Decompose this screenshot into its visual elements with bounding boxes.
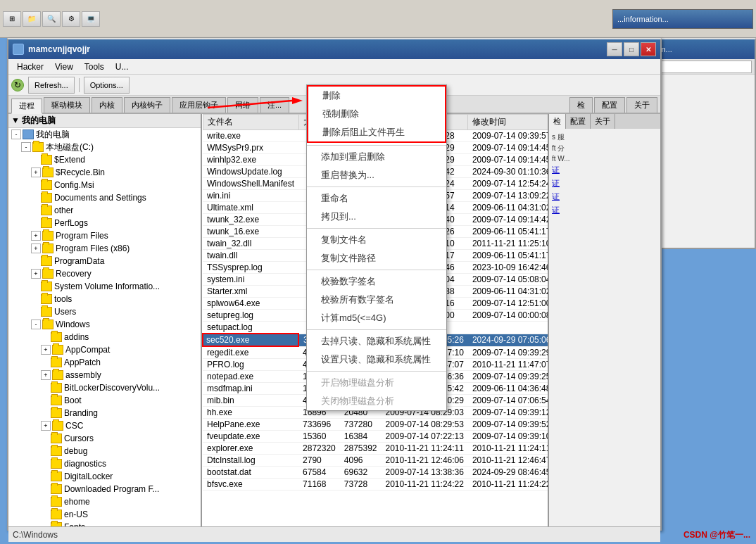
tree-toggle-programfilesx86[interactable]: + (31, 243, 41, 253)
info-link-2[interactable]: 证 (552, 177, 657, 190)
context-copy-filepath[interactable]: 复制文件路径 (307, 249, 446, 267)
tree-item-csc[interactable]: + CSC (8, 419, 201, 432)
context-reboot-replace[interactable]: 重启替换为... (307, 166, 446, 184)
tree-item-mycomputer[interactable]: - 我的电脑 (8, 128, 201, 141)
menu-hacker[interactable]: Hacker (11, 61, 49, 73)
context-verify-sig[interactable]: 校验数字签名 (307, 272, 446, 291)
tab-register[interactable]: 注... (260, 97, 289, 113)
tree-item-extend[interactable]: $Extend (8, 153, 201, 166)
tab-app-hooks[interactable]: 应用层钩子 (172, 97, 226, 113)
tree-item-programfiles[interactable]: + Program Files (8, 229, 201, 242)
taskbar-btn-4[interactable]: ⚙ (62, 11, 80, 27)
minimize-button[interactable]: ─ (607, 42, 622, 56)
tree-item-downloadedprograms[interactable]: Downloaded Program F... (8, 483, 201, 495)
options-button[interactable]: Options... (84, 77, 130, 94)
taskbar-btn-2[interactable]: 📁 (23, 11, 41, 27)
tree-toggle-programfiles[interactable]: + (31, 231, 41, 241)
tab-network[interactable]: 网络 (227, 97, 258, 113)
info-link-4[interactable]: 证 (552, 203, 657, 217)
table-row[interactable]: bfsvc.exe71168737282010-11-21 11:24:2220… (203, 479, 548, 491)
table-row[interactable]: HelpPane.exe7336967372802009-07-14 08:29… (203, 419, 548, 431)
tree-item-boot[interactable]: Boot (8, 394, 201, 407)
info-tab-about[interactable]: 关于 (591, 114, 615, 129)
folder-icon-downloadedprograms (51, 484, 62, 494)
tree-toggle-recycle[interactable]: + (31, 167, 41, 177)
context-sep-5 (307, 329, 446, 330)
menu-tools[interactable]: Tools (79, 61, 110, 73)
tree-item-docs[interactable]: Documents and Settings (8, 191, 201, 204)
taskbar-btn-1[interactable]: ⊞ (3, 11, 21, 27)
tree-item-configmsi[interactable]: Config.Msi (8, 179, 201, 191)
tree-toggle-mycomputer[interactable]: - (11, 129, 21, 139)
tree-toggle-csc[interactable]: + (41, 421, 51, 431)
menu-view[interactable]: View (49, 61, 79, 73)
maximize-button[interactable]: □ (624, 42, 639, 56)
tree-toggle-assembly[interactable]: + (41, 370, 51, 380)
tab-drivers[interactable]: 驱动模块 (44, 97, 90, 113)
table-row[interactable]: explorer.exe287232028753922010-11-21 11:… (203, 443, 548, 455)
context-open-disk-analysis[interactable]: 开启物理磁盘分析 (307, 374, 446, 392)
tree-item-diagnostics[interactable]: diagnostics (8, 457, 201, 470)
close-button[interactable]: ✕ (641, 42, 656, 56)
tree-toggle-cdrive[interactable]: - (21, 142, 31, 152)
tab-config[interactable]: 配置 (594, 97, 625, 113)
tab-kernel-hooks[interactable]: 内核钩子 (124, 97, 170, 113)
tree-item-users[interactable]: Users (8, 305, 201, 318)
context-rename[interactable]: 重命名 (307, 189, 446, 208)
col-header-name[interactable]: 文件名 (203, 115, 298, 130)
tree-item-bitlocker[interactable]: BitLockerDiscoveryVolu... (8, 381, 201, 394)
taskbar-btn-5[interactable]: 💻 (82, 11, 100, 27)
tree-toggle-windows[interactable]: - (31, 320, 41, 329)
info-link-1[interactable]: 证 (552, 163, 657, 177)
tab-check[interactable]: 检 (569, 97, 593, 113)
context-remove-attrs[interactable]: 去掉只读、隐藏和系统属性 (307, 332, 446, 350)
tree-item-debug[interactable]: debug (8, 445, 201, 457)
context-delete[interactable]: 删除 (308, 87, 445, 105)
menu-u[interactable]: U... (110, 61, 134, 73)
refresh-button[interactable]: Refresh... (28, 77, 75, 94)
tree-item-assembly[interactable]: + assembly (8, 369, 201, 381)
tree-item-perflogs[interactable]: PerfLogs (8, 217, 201, 229)
tree-item-fonts[interactable]: Fonts (8, 521, 201, 526)
tree-item-branding[interactable]: Branding (8, 407, 201, 419)
table-row[interactable]: bootstat.dat67584696322009-07-14 13:38:3… (203, 467, 548, 479)
context-copy-to[interactable]: 拷贝到... (307, 208, 446, 226)
context-set-attrs[interactable]: 设置只读、隐藏和系统属性 (307, 350, 446, 369)
tree-item-enus[interactable]: en-US (8, 508, 201, 521)
tree-item-windows[interactable]: - Windows (8, 318, 201, 331)
context-delete-prevent-regen[interactable]: 删除后阻止文件再生 (308, 123, 445, 141)
tab-kernel[interactable]: 内核 (92, 97, 122, 113)
tree-item-recovery[interactable]: + Recovery (8, 267, 201, 280)
info-tab-check[interactable]: 检 (549, 114, 566, 129)
tree-item-digitallocker[interactable]: DigitalLocker (8, 470, 201, 483)
tree-item-tools[interactable]: tools (8, 293, 201, 305)
taskbar-btn-3[interactable]: 🔍 (42, 11, 61, 27)
tree-item-cursors[interactable]: Cursors (8, 432, 201, 445)
table-row[interactable]: fveupdate.exe15360163842009-07-14 07:22:… (203, 431, 548, 443)
table-row[interactable]: DtcInstall.log279040962010-11-21 12:46:0… (203, 455, 548, 467)
tree-item-programdata[interactable]: ProgramData (8, 255, 201, 267)
context-add-to-reboot-delete[interactable]: 添加到重启删除 (307, 148, 446, 166)
context-copy-filename[interactable]: 复制文件名 (307, 231, 446, 249)
tree-item-systemvolume[interactable]: System Volume Informatio... (8, 280, 201, 293)
info-link-3[interactable]: 证 (552, 190, 657, 203)
tree-item-appcompat[interactable]: + AppCompat (8, 343, 201, 356)
tree-item-recycle[interactable]: + $Recycle.Bin (8, 166, 201, 179)
tab-about[interactable]: 关于 (626, 97, 657, 113)
tree-item-apppatch[interactable]: AppPatch (8, 356, 201, 369)
context-force-delete[interactable]: 强制删除 (308, 105, 445, 123)
context-calc-md5[interactable]: 计算md5(<=4G) (307, 309, 446, 327)
info-tab-config[interactable]: 配置 (566, 114, 591, 129)
context-verify-all-sig[interactable]: 校验所有数字签名 (307, 291, 446, 309)
tree-item-addins[interactable]: addins (8, 331, 201, 343)
tree-toggle-appcompat[interactable]: + (41, 345, 51, 355)
tree-item-ehome[interactable]: ehome (8, 495, 201, 508)
col-header-modified[interactable]: 修改时间 (468, 115, 548, 130)
file-name-cell: TSSysprep.log (203, 262, 298, 274)
tree-item-cdrive[interactable]: - 本地磁盘(C:) (8, 141, 201, 153)
tree-item-other[interactable]: other (8, 204, 201, 217)
tree-toggle-recovery[interactable]: + (31, 269, 41, 279)
tab-processes[interactable]: 进程 (11, 99, 42, 114)
context-close-disk-analysis[interactable]: 关闭物理磁盘分析 (307, 392, 446, 410)
tree-item-programfilesx86[interactable]: + Program Files (x86) (8, 242, 201, 255)
